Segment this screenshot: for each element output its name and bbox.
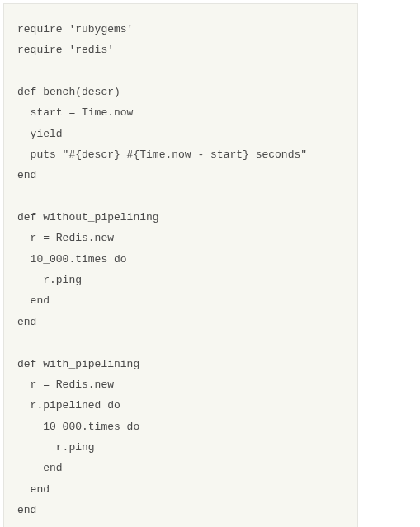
code-block: require 'rubygems' require 'redis' def b… [3,3,358,527]
code-content: require 'rubygems' require 'redis' def b… [17,23,307,516]
